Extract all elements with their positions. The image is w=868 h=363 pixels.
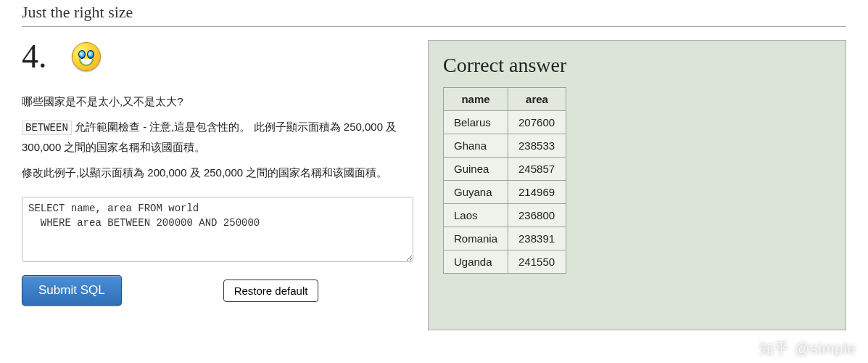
answer-heading: Correct answer (443, 54, 831, 77)
cell-name: Laos (444, 204, 508, 227)
cell-name: Ghana (444, 134, 508, 158)
cell-area: 207600 (508, 111, 566, 134)
result-table: name area Belarus207600Ghana238533Guinea… (443, 87, 566, 274)
question-number: 4. (22, 37, 47, 76)
grin-face-icon (72, 42, 101, 71)
table-row: Laos236800 (444, 204, 566, 227)
table-row: Uganda241550 (444, 250, 566, 274)
question-header: 4. (22, 37, 413, 76)
table-row: Ghana238533 (444, 134, 566, 158)
question-line-1: 哪些國家是不是太小,又不是太大? (22, 91, 413, 111)
table-row: Guyana214969 (444, 181, 566, 204)
table-row: Guinea245857 (444, 158, 566, 181)
cell-area: 236800 (508, 204, 566, 227)
cell-name: Guyana (444, 181, 508, 204)
table-row: Romania238391 (444, 227, 566, 250)
cell-name: Guinea (444, 158, 508, 181)
between-keyword: BETWEEN (22, 121, 72, 135)
table-header-row: name area (444, 88, 566, 111)
col-name: name (444, 88, 508, 111)
question-text: 哪些國家是不是太小,又不是太大? BETWEEN 允許範圍檢查 - 注意,這是包… (22, 91, 413, 182)
restore-default-button[interactable]: Restore default (223, 280, 319, 302)
col-area: area (508, 88, 566, 111)
page-title: Just the right size (0, 0, 868, 26)
cell-area: 238533 (508, 134, 566, 158)
cell-name: Belarus (444, 111, 508, 134)
cell-name: Romania (444, 227, 508, 250)
cell-area: 241550 (508, 250, 566, 274)
button-row: Submit SQL Restore default (22, 275, 413, 306)
table-row: Belarus207600 (444, 111, 566, 134)
cell-name: Uganda (444, 250, 508, 274)
question-line-3: 修改此例子,以顯示面積為 200,000 及 250,000 之間的国家名稱和该… (22, 163, 413, 182)
answer-panel[interactable]: Correct answer name area Belarus207600Gh… (428, 40, 846, 330)
question-line-2: BETWEEN 允許範圍檢查 - 注意,這是包含性的。 此例子顯示面積為 250… (22, 117, 413, 157)
question-panel: 4. 哪些國家是不是太小,又不是太大? BETWEEN 允許範圍檢查 - 注意,… (22, 27, 413, 330)
cell-area: 238391 (508, 227, 566, 250)
watermark: 知乎 @simple (759, 339, 856, 359)
sql-input[interactable] (22, 197, 413, 262)
submit-sql-button[interactable]: Submit SQL (22, 275, 122, 306)
cell-area: 245857 (508, 158, 566, 181)
cell-area: 214969 (508, 181, 566, 204)
question-line-2-tail: 允許範圍檢查 - 注意,這是包含性的。 此例子顯示面積為 250,000 及 3… (22, 121, 397, 153)
main-content: 4. 哪些國家是不是太小,又不是太大? BETWEEN 允許範圍檢查 - 注意,… (0, 27, 868, 330)
